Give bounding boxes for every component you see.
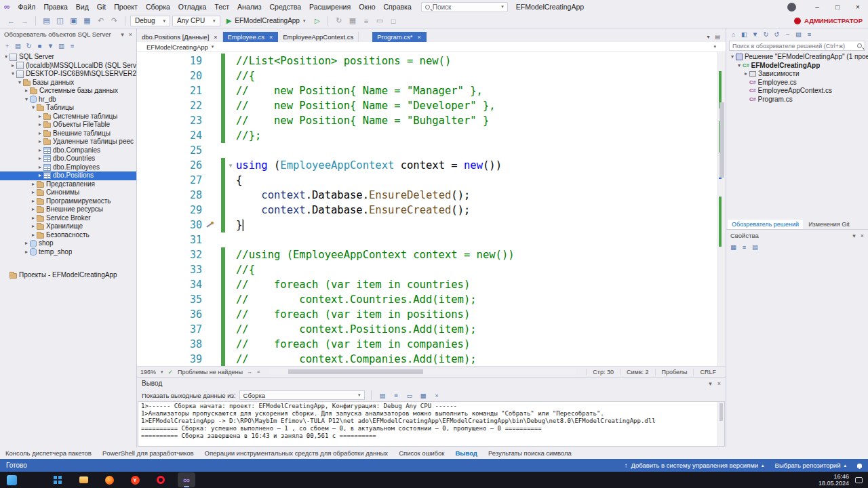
tree-item[interactable]: ▸dbo.Countries xyxy=(0,155,136,163)
code-line[interactable]: 38// foreach (var item in companies) xyxy=(137,337,717,352)
tree-item[interactable]: ▸Внешние ресурсы xyxy=(0,205,136,214)
hot-reload-icon[interactable]: ↻ xyxy=(333,15,344,26)
close-icon[interactable]: × xyxy=(129,31,132,38)
fold-icon[interactable]: ▾ xyxy=(225,162,236,169)
widgets-icon[interactable] xyxy=(7,475,17,485)
expander-icon[interactable]: ▸ xyxy=(37,171,43,180)
code-line[interactable]: 20//{ xyxy=(137,68,717,83)
user-avatar[interactable] xyxy=(787,3,796,12)
expander-icon[interactable]: ▸ xyxy=(23,87,30,96)
tool-window-tab[interactable]: Обозреватель решений xyxy=(728,220,803,229)
menu-item[interactable]: Git xyxy=(93,1,110,12)
expander-icon[interactable]: ▸ xyxy=(30,197,37,206)
expander-icon[interactable]: ▸ xyxy=(30,222,37,231)
taskbar-start-button[interactable] xyxy=(49,472,66,487)
chevron-down-icon[interactable]: ▾ xyxy=(709,380,712,387)
tree-item[interactable]: ▸Системные таблицы xyxy=(0,113,136,121)
menu-item[interactable]: Тест xyxy=(210,1,233,12)
expander-icon[interactable]: ▾ xyxy=(3,53,9,62)
tree-item[interactable]: ▸Объекты FileTable xyxy=(0,121,136,129)
code-line[interactable]: 33//{ xyxy=(137,262,717,277)
code-line[interactable]: 32//using (EmployeeAppContext context = … xyxy=(137,247,717,262)
navigate-forward-icon[interactable]: → xyxy=(19,15,31,26)
save-all-icon[interactable]: ▦ xyxy=(81,15,93,26)
show-all-files-icon[interactable]: ▤ xyxy=(793,29,804,39)
panel-tab[interactable]: Операции инструментальных средств для об… xyxy=(205,449,389,457)
code-line[interactable]: 30} xyxy=(137,218,717,232)
add-server-icon[interactable]: + xyxy=(2,41,12,51)
panel-tab[interactable]: PowerShell для разработчиков xyxy=(102,449,194,457)
code-line[interactable]: 19//List<Position> positions = new() xyxy=(137,54,717,68)
editor-tab[interactable]: Program.cs*× xyxy=(372,32,427,42)
tree-item[interactable]: ▸Безопасность xyxy=(0,231,136,240)
editor-tab[interactable]: EmployeeAppContext.cs xyxy=(278,32,359,42)
pending-changes-filter-icon[interactable]: ▼ xyxy=(750,29,760,39)
close-icon[interactable]: × xyxy=(269,34,273,41)
line-indicator[interactable]: Стр: 30 xyxy=(586,369,620,375)
platform-dropdown[interactable]: Any CPU ▾ xyxy=(172,16,220,26)
tree-item[interactable]: C#Employee.cs xyxy=(726,79,868,87)
taskbar-opera-button[interactable] xyxy=(152,472,170,487)
tree-item[interactable]: ▸Системные базы данных xyxy=(0,87,136,96)
expander-icon[interactable]: ▸ xyxy=(37,146,43,155)
code-line[interactable]: 35// context.Countries.Add(item); xyxy=(137,292,717,307)
expander-icon[interactable]: ▸ xyxy=(37,113,43,121)
sync-with-active-document-icon[interactable]: ↻ xyxy=(761,29,771,39)
close-icon[interactable]: × xyxy=(717,380,721,387)
tree-item[interactable]: ▸Внешние таблицы xyxy=(0,129,136,138)
taskbar-visual-studio-button[interactable]: ∞ xyxy=(178,472,195,487)
build-icon[interactable]: ▦ xyxy=(347,15,358,26)
output-source-dropdown[interactable]: Сборка ▾ xyxy=(239,390,365,400)
menu-item[interactable]: Правка xyxy=(39,1,71,12)
notification-center-icon[interactable] xyxy=(855,477,863,483)
problems-status[interactable]: Проблемы не найдены xyxy=(178,369,243,375)
tree-item[interactable]: C#EmployeeAppContext.cs xyxy=(726,87,868,96)
tab-list-icon[interactable]: ▾ xyxy=(707,34,709,40)
expander-icon[interactable]: ▸ xyxy=(30,214,37,223)
refresh-icon[interactable]: ↻ xyxy=(24,41,34,51)
expander-icon[interactable]: ▾ xyxy=(16,79,23,87)
close-icon[interactable]: × xyxy=(214,34,217,41)
expander-icon[interactable]: ▾ xyxy=(9,70,16,79)
menu-item[interactable]: Сборка xyxy=(142,1,174,12)
expander-icon[interactable]: ▸ xyxy=(37,163,43,172)
collapse-all-icon[interactable]: − xyxy=(783,29,793,39)
tree-item[interactable]: ▸Хранилище xyxy=(0,222,136,231)
categorized-icon[interactable]: ▦ xyxy=(728,242,738,252)
tree-item[interactable]: ▸Синонимы xyxy=(0,188,136,197)
property-pages-icon[interactable]: ▤ xyxy=(750,242,760,252)
code-line[interactable]: 26▾using (EmployeeAppContext context = n… xyxy=(137,158,717,173)
editor-vertical-scrollbar[interactable] xyxy=(717,52,726,366)
expander-icon[interactable]: ▸ xyxy=(23,248,30,257)
line-ending-indicator[interactable]: CRLF xyxy=(693,369,722,375)
expander-icon[interactable]: ▸ xyxy=(9,62,16,70)
script-icon[interactable]: ▥ xyxy=(56,41,66,51)
expander-icon[interactable]: ▸ xyxy=(30,205,37,214)
taskbar-explorer-button[interactable] xyxy=(75,472,92,487)
taskbar-clock[interactable]: 16:46 18.05.2024 xyxy=(818,473,849,487)
breadcrumb-split-icon[interactable]: ▾ xyxy=(713,44,716,49)
menu-item[interactable]: Вид xyxy=(72,1,93,12)
tree-item[interactable]: ▸Удаленные таблицы реес xyxy=(0,138,136,146)
refresh-icon[interactable]: ↺ xyxy=(772,29,782,39)
expander-icon[interactable]: ▾ xyxy=(729,53,736,62)
tree-item[interactable]: ▸shop xyxy=(0,239,136,248)
connect-database-icon[interactable]: ▤ xyxy=(13,41,23,51)
code-line[interactable]: 39// context.Companies.Add(item); xyxy=(137,352,717,366)
quick-search-input[interactable]: Поиск ▾ xyxy=(421,2,508,12)
scrollbar-thumb[interactable] xyxy=(288,369,423,374)
expander-icon[interactable]: ▾ xyxy=(736,62,743,70)
menu-item[interactable]: Анализ xyxy=(233,1,265,12)
tree-item[interactable]: ▾C#EFModelCreatingApp xyxy=(726,62,868,70)
alphabetical-icon[interactable]: ≡ xyxy=(739,242,749,252)
start-without-debugging-icon[interactable]: ▷ xyxy=(311,15,323,26)
find-message-icon[interactable]: ▤ xyxy=(378,390,388,401)
minimize-button[interactable]: – xyxy=(807,0,827,14)
taskbar-yandex-button[interactable]: Y xyxy=(126,472,144,487)
clear-all-icon[interactable]: ▭ xyxy=(405,390,415,401)
editor-tab[interactable]: dbo.Positions [Данные]× xyxy=(137,32,223,42)
tool-window-tab[interactable]: Изменения Git xyxy=(804,220,854,229)
filter-icon[interactable]: ▼ xyxy=(45,41,56,51)
code-line[interactable]: 29 context.Database.EnsureCreated(); xyxy=(137,203,717,218)
toggle-autoscroll-icon[interactable]: ▦ xyxy=(418,390,429,401)
